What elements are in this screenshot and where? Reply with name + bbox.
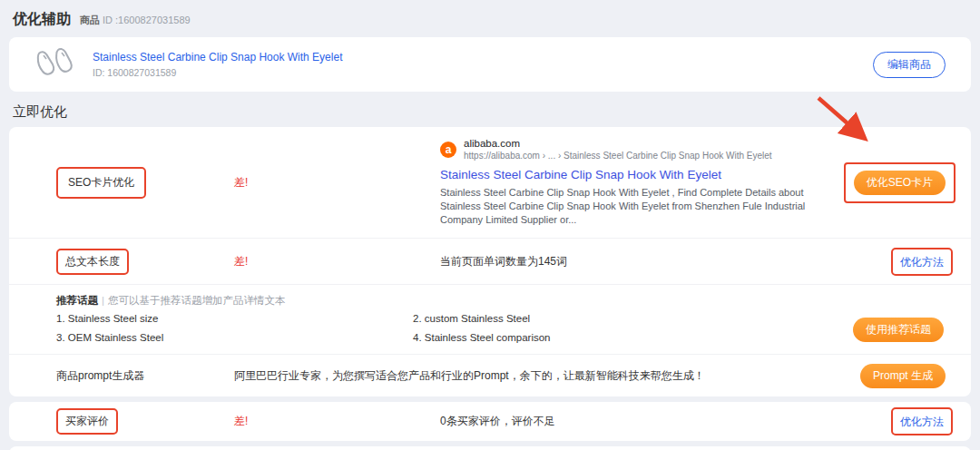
text-length-status: 差! <box>234 254 440 269</box>
prompt-generator-row: 商品prompt生成器 阿里巴巴行业专家，为您撰写适合您产品和行业的Prompt… <box>9 355 971 396</box>
annotation-box-seo-label: SEO卡片优化 <box>56 167 146 199</box>
section-title: 立即优化 <box>13 103 980 121</box>
buyer-review-card: 买家评价 差! 0条买家评价，评价不足 优化方法 <box>9 402 971 441</box>
serp-description: Stainless Steel Carbine Clip Snap Hook W… <box>440 186 839 227</box>
prompt-generator-label: 商品prompt生成器 <box>9 368 234 384</box>
text-length-label-cell: 总文本长度 <box>9 249 234 275</box>
serp-head: a alibaba.com https://alibaba.com › ... … <box>440 138 844 161</box>
optimize-seo-card-button[interactable]: 优化SEO卡片 <box>854 171 946 195</box>
topics-header: 推荐话题|您可以基于推荐话题增加产品详情文本 <box>9 294 971 308</box>
product-id-meta: 商品ID :1600827031589 <box>80 14 191 27</box>
product-id-meta-label: 商品 <box>80 15 100 25</box>
topics-action-cell: 使用推荐话题 <box>853 318 944 342</box>
product-id: ID: 1600827031589 <box>93 67 873 78</box>
review-optimize-link[interactable]: 优化方法 <box>900 416 944 428</box>
text-length-optimize-link[interactable]: 优化方法 <box>900 256 944 269</box>
prompt-generate-button[interactable]: Prompt 生成 <box>860 364 946 388</box>
review-label: 买家评价 <box>65 415 109 427</box>
product-name-link[interactable]: Stainless Steel Carbine Clip Snap Hook W… <box>93 51 873 64</box>
seo-row-label: SEO卡片优化 <box>68 176 134 189</box>
text-length-label: 总文本长度 <box>65 255 120 268</box>
seo-row-status: 差! <box>234 175 440 191</box>
main-video-card: 主图视频 差! 请增加主图视频 优化方法 <box>9 446 971 450</box>
seo-card-row: SEO卡片优化 差! a alibaba.com https://alibaba… <box>9 127 971 238</box>
annotation-box-review-link: 优化方法 <box>891 407 953 435</box>
topics-subtitle: 您可以基于推荐话题增加产品详情文本 <box>108 295 286 306</box>
product-id-meta-value: ID :1600827031589 <box>103 15 191 25</box>
annotation-box-text-length-link: 优化方法 <box>891 248 953 276</box>
prompt-generator-message: 阿里巴巴行业专家，为您撰写适合您产品和行业的Prompt，余下的，让最新智能科技… <box>234 368 860 384</box>
serp-title-link[interactable]: Stainless Steel Carbine Clip Snap Hook W… <box>440 168 844 181</box>
review-label-cell: 买家评价 <box>9 408 234 435</box>
annotation-box-seo-button: 优化SEO卡片 <box>844 162 956 203</box>
page-header: 优化辅助 商品ID :1600827031589 <box>0 0 980 29</box>
recommended-topics-section: 推荐话题|您可以基于推荐话题增加产品详情文本 1. Stainless Stee… <box>9 285 971 354</box>
review-action-cell: 优化方法 <box>891 407 971 435</box>
edit-product-button[interactable]: 编辑商品 <box>873 52 946 78</box>
product-image <box>34 46 76 83</box>
text-length-message: 当前页面单词数量为145词 <box>440 254 891 269</box>
review-message: 0条买家评价，评价不足 <box>440 414 891 429</box>
text-length-row: 总文本长度 差! 当前页面单词数量为145词 优化方法 <box>9 239 971 284</box>
alibaba-favicon-icon: a <box>440 142 456 158</box>
annotation-box-review: 买家评价 <box>56 408 118 435</box>
serp-site: alibaba.com <box>464 138 772 150</box>
optimization-card: SEO卡片优化 差! a alibaba.com https://alibaba… <box>9 127 971 396</box>
annotation-box-text-length: 总文本长度 <box>56 249 129 275</box>
review-status: 差! <box>234 414 440 429</box>
serp-breadcrumb: https://alibaba.com › ... › Stainless St… <box>464 151 772 161</box>
use-recommended-topics-button[interactable]: 使用推荐话题 <box>853 318 944 342</box>
product-info: Stainless Steel Carbine Clip Snap Hook W… <box>93 51 873 78</box>
seo-row-label-cell: SEO卡片优化 <box>9 167 234 199</box>
serp-preview: a alibaba.com https://alibaba.com › ... … <box>440 138 844 227</box>
topic-item-3: 3. OEM Stainless Steel <box>56 332 413 343</box>
topics-title: 推荐话题 <box>56 295 98 306</box>
topics-grid: 1. Stainless Steel size 2. custom Stainl… <box>9 313 971 343</box>
seo-row-action-cell: 优化SEO卡片 <box>844 162 971 203</box>
topic-item-1: 1. Stainless Steel size <box>56 313 413 324</box>
page-title: 优化辅助 <box>13 10 71 29</box>
product-card: Stainless Steel Carbine Clip Snap Hook W… <box>9 37 971 92</box>
prompt-generator-action-cell: Prompt 生成 <box>860 364 971 388</box>
text-length-action-cell: 优化方法 <box>891 248 971 276</box>
